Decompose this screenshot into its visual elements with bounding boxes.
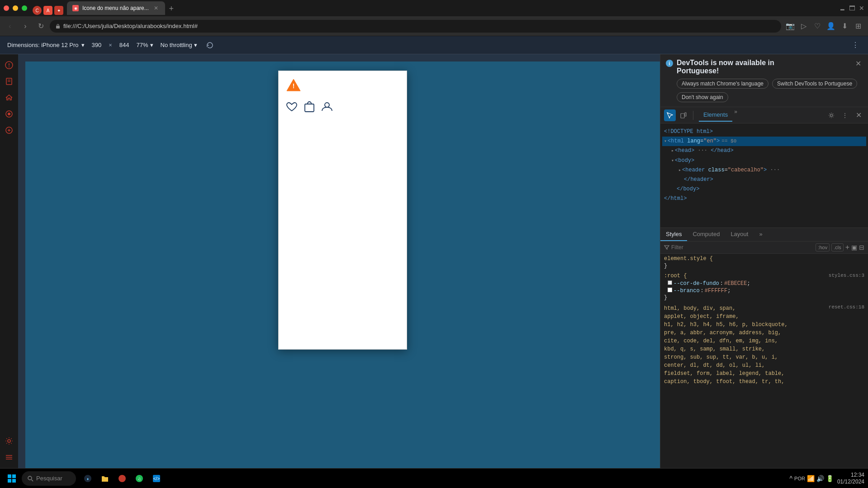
profile-btn[interactable]: 👤 (825, 20, 837, 33)
svg-point-3 (9, 66, 9, 67)
width-value[interactable]: 390 (92, 42, 102, 48)
add-style-btn[interactable]: + (845, 243, 849, 251)
tab-layout[interactable]: Layout (725, 228, 754, 241)
taskbar-app-red[interactable] (114, 470, 130, 487)
win-close[interactable] (4, 5, 9, 11)
reset-rule-header: html, body, div, span, applet, object, i… (664, 304, 864, 386)
hov-filter-btn[interactable]: :hov (816, 243, 830, 251)
sidebar-icon-circle[interactable] (2, 107, 16, 121)
taskbar-app-steam[interactable]: ♦ (80, 470, 96, 487)
cor-de-fundo-swatch[interactable] (668, 280, 672, 285)
expand-arrow-header[interactable]: ▸ (678, 167, 681, 174)
height-value[interactable]: 844 (119, 42, 129, 48)
dont-show-again-btn[interactable]: Don't show again (677, 92, 728, 102)
sidebar-icon-warning[interactable] (2, 58, 16, 72)
refresh-button[interactable]: ↻ (34, 20, 47, 33)
device-toggle-btn[interactable] (678, 109, 689, 121)
main-area: ! (0, 54, 868, 468)
taskbar: Pesquisar ♦ ♫ </> (0, 468, 868, 488)
code-line-body-open[interactable]: ▾ <body> (662, 156, 866, 166)
settings-btn[interactable] (825, 109, 837, 121)
root-source[interactable]: styles.css:3 (829, 273, 864, 280)
svg-text:♫: ♫ (138, 476, 141, 481)
sidebar-icon-add[interactable] (2, 123, 16, 137)
switch-to-portuguese-btn[interactable]: Switch DevTools to Portuguese (772, 79, 857, 89)
tab-close-btn[interactable]: ✕ (152, 5, 160, 12)
tab-elements[interactable]: Elements (699, 109, 732, 122)
win-restore[interactable]: 🗕 (839, 5, 845, 12)
tab-computed[interactable]: Computed (687, 228, 725, 241)
devtools-code-panel[interactable]: <!DOCTYPE html> ▾ <html lang = "en" > ==… (660, 123, 868, 227)
tab-styles[interactable]: Styles (660, 228, 687, 241)
taskbar-app-spotify[interactable]: ♫ (131, 470, 147, 487)
phone-frame: ! (278, 71, 407, 350)
taskbar-app-files[interactable] (97, 470, 113, 487)
device-selector[interactable]: Dimensions: iPhone 12 Pro ▾ (7, 42, 85, 48)
element-style-selector: element.style { (664, 256, 713, 262)
more-options-btn[interactable]: ⋮ (839, 109, 851, 121)
throttle-selector[interactable]: No throttling ▾ (161, 42, 197, 48)
tray-icons: ^ POR 📶 🔊 🔋 (790, 475, 834, 482)
styles-filter-bar: :hov .cls + ▣ ⊟ (660, 242, 868, 254)
throttle-value: No throttling (161, 42, 192, 48)
code-line-html[interactable]: ▾ <html lang = "en" > == $0 (662, 137, 866, 146)
expand-arrow-html[interactable]: ▾ (664, 138, 667, 145)
browser-frame: C A ✦ ◉ Icone do menu não apare... ✕ + 🗕… (0, 0, 868, 488)
tray-battery: 🔋 (826, 475, 834, 482)
new-tab-button[interactable]: + (165, 2, 178, 15)
taskbar-apps: ♦ ♫ </> (80, 470, 165, 487)
match-language-btn[interactable]: Always match Chrome's language (677, 79, 768, 89)
win-close-btn[interactable]: ✕ (859, 5, 864, 12)
inspect-element-btn[interactable] (664, 109, 676, 121)
taskbar-clock[interactable]: 12:34 01/12/2024 (837, 472, 864, 485)
zoom-selector[interactable]: 77% ▾ (137, 42, 153, 48)
extensions-btn[interactable]: ⊞ (852, 20, 864, 33)
forward-button[interactable]: › (19, 20, 32, 33)
taskbar-app-vscode[interactable]: </> (148, 470, 165, 487)
styles-filter-input[interactable] (671, 244, 814, 251)
expand-arrow-body[interactable]: ▾ (671, 157, 674, 165)
zoom-chevron-icon: ▾ (150, 42, 153, 48)
devtools-action-buttons: Always match Chrome's language Switch De… (677, 79, 863, 102)
sidebar-icon-bookmark[interactable] (2, 74, 16, 89)
expand-arrow-head[interactable]: ▸ (671, 147, 674, 155)
back-button[interactable]: ‹ (4, 20, 16, 33)
more-options-button[interactable]: ⋮ (850, 40, 861, 51)
svg-rect-18 (305, 104, 314, 112)
svg-rect-23 (8, 474, 11, 478)
code-line-header[interactable]: ▸ <header class = "cabecalho" > ··· (662, 166, 866, 175)
branco-swatch[interactable] (668, 288, 672, 292)
bookmark-btn[interactable]: ♡ (811, 20, 824, 33)
play-btn[interactable]: ▷ (797, 20, 810, 33)
reset-source[interactable]: reset.css:18 (829, 304, 864, 386)
notification-close-btn[interactable]: ✕ (854, 59, 863, 68)
download-btn[interactable]: ⬇ (838, 20, 851, 33)
tab-more[interactable]: » (754, 228, 768, 241)
tray-chevron[interactable]: ^ (790, 475, 793, 482)
devtools-close-btn[interactable]: ✕ (853, 109, 864, 121)
sidebar-icon-home[interactable] (2, 90, 16, 105)
win-min[interactable] (13, 5, 18, 11)
layout-btn[interactable]: ▣ (851, 244, 857, 251)
dimension-sep: × (109, 42, 112, 48)
win-max[interactable] (22, 5, 27, 11)
tab-favicon: ◉ (72, 5, 79, 11)
start-button[interactable] (4, 470, 20, 487)
root-rule-header: :root { styles.css:3 (664, 273, 864, 280)
code-line-html-close: </html> (662, 194, 866, 204)
address-bar[interactable]: file:///C:/Users/julia/Desktop/alurabook… (50, 20, 781, 33)
sidebar-icon-menu[interactable] (2, 450, 16, 464)
screenshot-btn[interactable]: 📷 (784, 20, 797, 33)
element-style-rule: element.style { } (664, 256, 864, 269)
sidebar-layout-btn[interactable]: ⊟ (859, 244, 864, 251)
code-line-head[interactable]: ▸ <head> ··· </head> (662, 146, 866, 156)
win-maximize[interactable]: 🗖 (849, 5, 855, 12)
rotate-button[interactable] (204, 40, 215, 51)
active-tab[interactable]: ◉ Icone do menu não apare... ✕ (67, 1, 165, 15)
more-tabs-btn[interactable]: » (732, 109, 739, 122)
sidebar-icon-settings[interactable] (2, 434, 16, 448)
root-rule: :root { styles.css:3 --cor-de-fundo : #E… (664, 273, 864, 301)
taskbar-search[interactable]: Pesquisar (22, 471, 76, 486)
code-line-header-close: </header> (662, 175, 866, 185)
cls-filter-btn[interactable]: .cls (831, 243, 844, 251)
